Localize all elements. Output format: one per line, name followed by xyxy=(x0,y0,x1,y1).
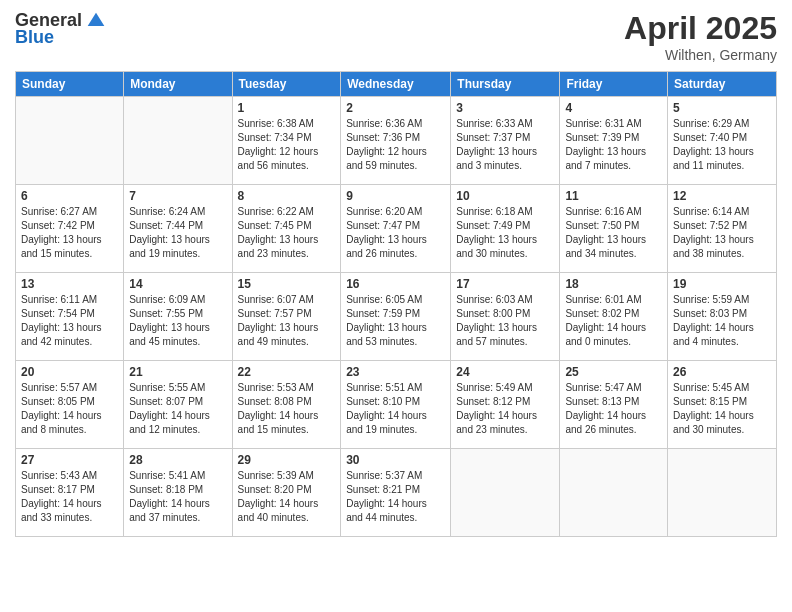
calendar-cell: 7Sunrise: 6:24 AM Sunset: 7:44 PM Daylig… xyxy=(124,185,232,273)
logo-blue-text: Blue xyxy=(15,27,54,48)
calendar-table: SundayMondayTuesdayWednesdayThursdayFrid… xyxy=(15,71,777,537)
day-number: 13 xyxy=(21,277,118,291)
day-info: Sunrise: 6:14 AM Sunset: 7:52 PM Dayligh… xyxy=(673,206,754,259)
day-info: Sunrise: 5:43 AM Sunset: 8:17 PM Dayligh… xyxy=(21,470,102,523)
page: General Blue April 2025 Wilthen, Germany… xyxy=(0,0,792,612)
day-info: Sunrise: 6:36 AM Sunset: 7:36 PM Dayligh… xyxy=(346,118,427,171)
day-info: Sunrise: 6:33 AM Sunset: 7:37 PM Dayligh… xyxy=(456,118,537,171)
day-number: 1 xyxy=(238,101,336,115)
calendar-cell: 10Sunrise: 6:18 AM Sunset: 7:49 PM Dayli… xyxy=(451,185,560,273)
calendar-cell xyxy=(16,97,124,185)
day-info: Sunrise: 5:49 AM Sunset: 8:12 PM Dayligh… xyxy=(456,382,537,435)
day-info: Sunrise: 6:16 AM Sunset: 7:50 PM Dayligh… xyxy=(565,206,646,259)
day-number: 30 xyxy=(346,453,445,467)
logo-icon xyxy=(86,11,106,31)
calendar-cell: 9Sunrise: 6:20 AM Sunset: 7:47 PM Daylig… xyxy=(341,185,451,273)
calendar-cell: 25Sunrise: 5:47 AM Sunset: 8:13 PM Dayli… xyxy=(560,361,668,449)
day-number: 29 xyxy=(238,453,336,467)
day-info: Sunrise: 5:59 AM Sunset: 8:03 PM Dayligh… xyxy=(673,294,754,347)
day-info: Sunrise: 5:57 AM Sunset: 8:05 PM Dayligh… xyxy=(21,382,102,435)
calendar-cell: 21Sunrise: 5:55 AM Sunset: 8:07 PM Dayli… xyxy=(124,361,232,449)
day-info: Sunrise: 6:38 AM Sunset: 7:34 PM Dayligh… xyxy=(238,118,319,171)
day-info: Sunrise: 5:45 AM Sunset: 8:15 PM Dayligh… xyxy=(673,382,754,435)
day-info: Sunrise: 6:03 AM Sunset: 8:00 PM Dayligh… xyxy=(456,294,537,347)
title-location: Wilthen, Germany xyxy=(624,47,777,63)
calendar-cell: 19Sunrise: 5:59 AM Sunset: 8:03 PM Dayli… xyxy=(668,273,777,361)
calendar-week-row: 13Sunrise: 6:11 AM Sunset: 7:54 PM Dayli… xyxy=(16,273,777,361)
day-number: 5 xyxy=(673,101,771,115)
calendar-header: SundayMondayTuesdayWednesdayThursdayFrid… xyxy=(16,72,777,97)
calendar-cell: 17Sunrise: 6:03 AM Sunset: 8:00 PM Dayli… xyxy=(451,273,560,361)
day-info: Sunrise: 6:05 AM Sunset: 7:59 PM Dayligh… xyxy=(346,294,427,347)
header-day: Tuesday xyxy=(232,72,341,97)
calendar-week-row: 20Sunrise: 5:57 AM Sunset: 8:05 PM Dayli… xyxy=(16,361,777,449)
day-number: 22 xyxy=(238,365,336,379)
svg-marker-0 xyxy=(88,12,105,25)
day-info: Sunrise: 6:01 AM Sunset: 8:02 PM Dayligh… xyxy=(565,294,646,347)
day-info: Sunrise: 5:53 AM Sunset: 8:08 PM Dayligh… xyxy=(238,382,319,435)
day-number: 11 xyxy=(565,189,662,203)
calendar-cell xyxy=(560,449,668,537)
day-number: 20 xyxy=(21,365,118,379)
day-number: 8 xyxy=(238,189,336,203)
day-info: Sunrise: 6:20 AM Sunset: 7:47 PM Dayligh… xyxy=(346,206,427,259)
calendar-cell: 22Sunrise: 5:53 AM Sunset: 8:08 PM Dayli… xyxy=(232,361,341,449)
day-number: 18 xyxy=(565,277,662,291)
day-info: Sunrise: 6:24 AM Sunset: 7:44 PM Dayligh… xyxy=(129,206,210,259)
day-info: Sunrise: 6:29 AM Sunset: 7:40 PM Dayligh… xyxy=(673,118,754,171)
header-row: SundayMondayTuesdayWednesdayThursdayFrid… xyxy=(16,72,777,97)
day-number: 7 xyxy=(129,189,226,203)
calendar-cell: 13Sunrise: 6:11 AM Sunset: 7:54 PM Dayli… xyxy=(16,273,124,361)
day-number: 9 xyxy=(346,189,445,203)
day-info: Sunrise: 6:27 AM Sunset: 7:42 PM Dayligh… xyxy=(21,206,102,259)
calendar-week-row: 6Sunrise: 6:27 AM Sunset: 7:42 PM Daylig… xyxy=(16,185,777,273)
day-number: 16 xyxy=(346,277,445,291)
header-day: Friday xyxy=(560,72,668,97)
day-number: 28 xyxy=(129,453,226,467)
calendar-cell: 2Sunrise: 6:36 AM Sunset: 7:36 PM Daylig… xyxy=(341,97,451,185)
day-info: Sunrise: 6:22 AM Sunset: 7:45 PM Dayligh… xyxy=(238,206,319,259)
calendar-cell: 15Sunrise: 6:07 AM Sunset: 7:57 PM Dayli… xyxy=(232,273,341,361)
day-info: Sunrise: 5:47 AM Sunset: 8:13 PM Dayligh… xyxy=(565,382,646,435)
day-number: 21 xyxy=(129,365,226,379)
calendar-cell xyxy=(451,449,560,537)
calendar-body: 1Sunrise: 6:38 AM Sunset: 7:34 PM Daylig… xyxy=(16,97,777,537)
calendar-cell: 24Sunrise: 5:49 AM Sunset: 8:12 PM Dayli… xyxy=(451,361,560,449)
calendar-cell: 1Sunrise: 6:38 AM Sunset: 7:34 PM Daylig… xyxy=(232,97,341,185)
day-number: 4 xyxy=(565,101,662,115)
calendar-cell: 27Sunrise: 5:43 AM Sunset: 8:17 PM Dayli… xyxy=(16,449,124,537)
day-number: 25 xyxy=(565,365,662,379)
calendar-cell: 3Sunrise: 6:33 AM Sunset: 7:37 PM Daylig… xyxy=(451,97,560,185)
calendar-cell: 16Sunrise: 6:05 AM Sunset: 7:59 PM Dayli… xyxy=(341,273,451,361)
day-number: 12 xyxy=(673,189,771,203)
day-info: Sunrise: 5:51 AM Sunset: 8:10 PM Dayligh… xyxy=(346,382,427,435)
calendar-cell: 18Sunrise: 6:01 AM Sunset: 8:02 PM Dayli… xyxy=(560,273,668,361)
title-month: April 2025 xyxy=(624,10,777,47)
calendar-cell: 29Sunrise: 5:39 AM Sunset: 8:20 PM Dayli… xyxy=(232,449,341,537)
day-info: Sunrise: 5:39 AM Sunset: 8:20 PM Dayligh… xyxy=(238,470,319,523)
day-info: Sunrise: 6:31 AM Sunset: 7:39 PM Dayligh… xyxy=(565,118,646,171)
calendar-cell: 12Sunrise: 6:14 AM Sunset: 7:52 PM Dayli… xyxy=(668,185,777,273)
day-info: Sunrise: 6:09 AM Sunset: 7:55 PM Dayligh… xyxy=(129,294,210,347)
header-day: Monday xyxy=(124,72,232,97)
header: General Blue April 2025 Wilthen, Germany xyxy=(15,10,777,63)
day-number: 26 xyxy=(673,365,771,379)
header-day: Wednesday xyxy=(341,72,451,97)
calendar-cell: 28Sunrise: 5:41 AM Sunset: 8:18 PM Dayli… xyxy=(124,449,232,537)
day-number: 24 xyxy=(456,365,554,379)
day-number: 17 xyxy=(456,277,554,291)
calendar-cell xyxy=(668,449,777,537)
day-info: Sunrise: 5:55 AM Sunset: 8:07 PM Dayligh… xyxy=(129,382,210,435)
day-number: 3 xyxy=(456,101,554,115)
calendar-cell: 14Sunrise: 6:09 AM Sunset: 7:55 PM Dayli… xyxy=(124,273,232,361)
calendar-cell: 6Sunrise: 6:27 AM Sunset: 7:42 PM Daylig… xyxy=(16,185,124,273)
calendar-cell: 4Sunrise: 6:31 AM Sunset: 7:39 PM Daylig… xyxy=(560,97,668,185)
header-day: Thursday xyxy=(451,72,560,97)
calendar-cell: 5Sunrise: 6:29 AM Sunset: 7:40 PM Daylig… xyxy=(668,97,777,185)
calendar-week-row: 27Sunrise: 5:43 AM Sunset: 8:17 PM Dayli… xyxy=(16,449,777,537)
header-day: Sunday xyxy=(16,72,124,97)
day-number: 19 xyxy=(673,277,771,291)
day-number: 23 xyxy=(346,365,445,379)
calendar-cell: 23Sunrise: 5:51 AM Sunset: 8:10 PM Dayli… xyxy=(341,361,451,449)
calendar-week-row: 1Sunrise: 6:38 AM Sunset: 7:34 PM Daylig… xyxy=(16,97,777,185)
